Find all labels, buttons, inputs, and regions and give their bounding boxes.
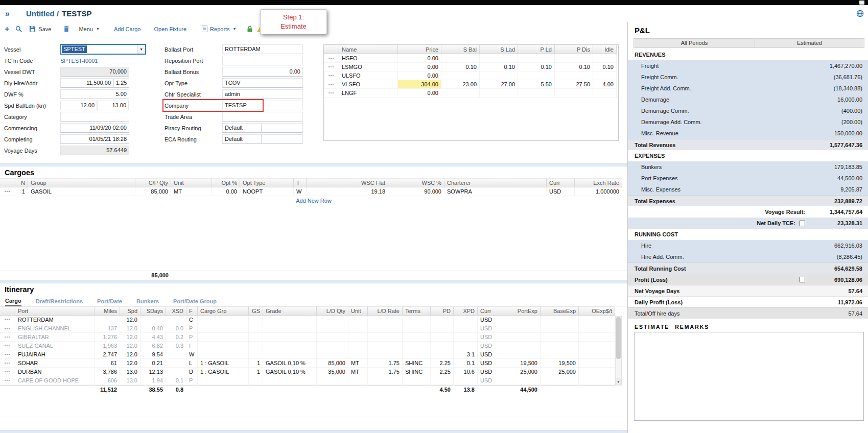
itinerary-cell-portexp[interactable]	[502, 376, 541, 385]
delete-button[interactable]	[63, 26, 69, 32]
itinerary-cell-xpd[interactable]	[454, 316, 478, 324]
lock-button[interactable]	[247, 26, 253, 32]
cargoes-header-n[interactable]: N	[15, 178, 28, 187]
cargoes-header-exch[interactable]: Exch Rate	[575, 178, 622, 187]
open-fixture-button[interactable]: Open Fixture	[154, 26, 186, 32]
itinerary-header-miles[interactable]: Miles	[95, 306, 120, 316]
itinerary-cell-spd[interactable]: 12.0	[120, 359, 140, 368]
chevron-down-icon[interactable]: ▼	[137, 45, 145, 54]
itinerary-cell-curr[interactable]: USD	[478, 376, 502, 385]
bunkers-cell-menu[interactable]: •••	[324, 54, 339, 63]
itinerary-header-cargogrp[interactable]: Cargo Grp	[198, 306, 249, 316]
itinerary-cell-grade[interactable]	[263, 333, 317, 342]
bunkers-header-idle[interactable]: Idle	[593, 45, 617, 54]
itinerary-cell-xsd[interactable]: 0.0	[166, 324, 186, 333]
bunkers-cell-price[interactable]: 0.00	[398, 89, 441, 98]
scrollbar-thumb[interactable]	[616, 317, 621, 359]
ballast-port-field[interactable]: ROTTERDAM	[222, 44, 303, 54]
bunkers-header-menu[interactable]	[324, 45, 339, 54]
itinerary-cell-xsd[interactable]: 0.8	[166, 385, 186, 394]
cargoes-cell-opttype[interactable]: NOOPT	[240, 187, 294, 196]
itinerary-cell-f[interactable]: P	[186, 376, 198, 385]
dwf-field[interactable]: 5.00	[60, 89, 129, 99]
cargoes-header-menu[interactable]	[0, 178, 15, 187]
bunkers-cell-idle[interactable]	[593, 89, 617, 98]
itinerary-cell-portexp[interactable]	[502, 350, 541, 359]
itinerary-cell-pd[interactable]	[431, 316, 454, 324]
bunkers-header-name[interactable]: Name	[339, 45, 398, 54]
cargoes-header-t[interactable]: T	[294, 178, 307, 187]
tab-port-date-group[interactable]: Port/Date Group	[173, 298, 217, 306]
cargoes-cell-optpct[interactable]: 0.00	[212, 187, 240, 196]
speed-ballast-field[interactable]: 12.00	[60, 101, 97, 110]
itinerary-header-baseexp[interactable]: BaseExp	[541, 306, 579, 316]
itinerary-cell-unit[interactable]	[348, 342, 368, 350]
itinerary-cell-oexp[interactable]	[579, 368, 615, 376]
itinerary-cell-pd[interactable]	[431, 376, 454, 385]
opr-type-field[interactable]: TCOV	[222, 78, 303, 88]
bunkers-cell-p_dis[interactable]	[555, 54, 593, 63]
cargoes-header-wscflat[interactable]: WSC Flat	[307, 178, 388, 187]
itinerary-cell-baseexp[interactable]: 19,500	[541, 359, 579, 368]
itinerary-cell-oexp[interactable]	[579, 342, 615, 350]
itinerary-cell-gs[interactable]: 1	[249, 359, 263, 368]
pnl-period-header[interactable]: All Periods	[634, 38, 755, 48]
itinerary-cell-miles[interactable]	[95, 316, 120, 324]
itinerary-cell-sdays[interactable]: 0.48	[140, 324, 166, 333]
cargoes-header-charterer[interactable]: Charterer	[444, 178, 547, 187]
itinerary-cell-xsd[interactable]	[166, 368, 186, 376]
itinerary-cell-unit[interactable]	[348, 385, 368, 394]
itinerary-cell-sdays[interactable]: 0.21	[140, 359, 166, 368]
bunkers-cell-p_ld[interactable]: 5.50	[518, 80, 555, 89]
itinerary-cell-menu[interactable]: •••	[0, 376, 15, 385]
itinerary-header-port[interactable]: Port	[15, 306, 95, 316]
itinerary-cell-portexp[interactable]: 44,500	[502, 385, 541, 394]
itinerary-header-f[interactable]: F	[186, 306, 198, 316]
itinerary-cell-gs[interactable]	[249, 324, 263, 333]
bunkers-cell-menu[interactable]: •••	[324, 89, 339, 98]
itinerary-header-sdays[interactable]: SDays	[140, 306, 166, 316]
itinerary-cell-oexp[interactable]	[579, 324, 615, 333]
itinerary-cell-baseexp[interactable]: 25,000	[541, 368, 579, 376]
bunkers-cell-p_dis[interactable]: 27.50	[555, 80, 593, 89]
itinerary-cell-sdays[interactable]: 38.55	[140, 385, 166, 394]
itinerary-cell-sdays[interactable]: 1.94	[140, 376, 166, 385]
itinerary-cell-curr[interactable]: USD	[478, 350, 502, 359]
itinerary-cell-terms[interactable]	[403, 350, 431, 359]
itinerary-cell-gs[interactable]	[249, 333, 263, 342]
bunkers-cell-p_dis[interactable]	[555, 71, 593, 80]
itinerary-cell-port[interactable]: ROTTERDAM	[15, 316, 95, 324]
itinerary-header-xsd[interactable]: XSD	[166, 306, 186, 316]
itinerary-cell-spd[interactable]: 12.0	[120, 350, 140, 359]
itinerary-cell-ldqty[interactable]	[317, 333, 348, 342]
itinerary-cell-xpd[interactable]: 10.6	[454, 368, 478, 376]
itinerary-cell-terms[interactable]	[403, 324, 431, 333]
itinerary-cell-pd[interactable]	[431, 342, 454, 350]
vessel-dwt-field[interactable]: 70,000	[60, 67, 129, 77]
cargoes-header-unit[interactable]: Unit	[171, 178, 212, 187]
itinerary-cell-terms[interactable]	[403, 316, 431, 324]
tab-cargo[interactable]: Cargo	[5, 298, 21, 306]
itinerary-cell-gs[interactable]	[249, 316, 263, 324]
itinerary-cell-spd[interactable]: 12.0	[120, 333, 140, 342]
vessel-combobox[interactable]: SPTEST ▼	[60, 44, 146, 55]
itinerary-cell-sdays[interactable]	[140, 316, 166, 324]
itinerary-header-grade[interactable]: Grade	[263, 306, 317, 316]
itinerary-cell-menu[interactable]: •••	[0, 342, 15, 350]
section-splitter[interactable]	[0, 163, 627, 166]
bunkers-cell-name[interactable]: LSMGO	[339, 63, 398, 71]
bunkers-cell-s_lad[interactable]	[480, 89, 518, 98]
bunkers-cell-name[interactable]: LNGF	[339, 89, 398, 98]
itinerary-cell-grade[interactable]: GASOIL 0,10 %	[263, 359, 317, 368]
itinerary-cell-f[interactable]: W	[186, 350, 198, 359]
itinerary-cell-ldrate[interactable]	[368, 333, 403, 342]
reports-button[interactable]: Reports ▼	[202, 26, 236, 32]
company-field[interactable]: TESTSP	[222, 101, 303, 110]
cargoes-cell-unit[interactable]: MT	[171, 187, 212, 196]
itinerary-cell-unit[interactable]	[348, 324, 368, 333]
bunkers-header-s_lad[interactable]: S Lad	[480, 45, 518, 54]
bunkers-cell-menu[interactable]: •••	[324, 80, 339, 89]
itinerary-cell-spd[interactable]: 12.0	[120, 316, 140, 324]
itinerary-cell-ldrate[interactable]	[368, 342, 403, 350]
collapse-panel-icon[interactable]: »	[5, 9, 10, 18]
